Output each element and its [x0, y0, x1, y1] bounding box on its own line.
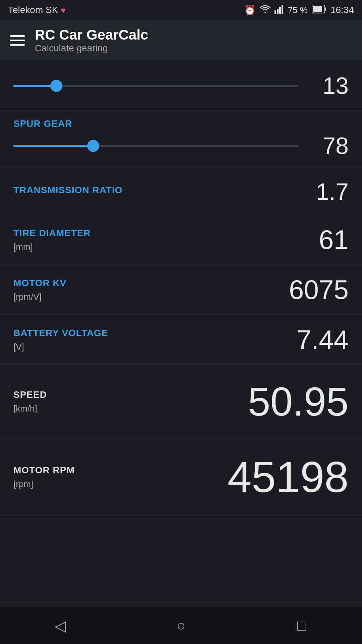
battery-voltage-row: BATTERY VOLTAGE [V] 7.44 — [13, 324, 349, 355]
transmission-ratio-label: TRANSMISSION RATIO — [13, 185, 122, 196]
back-icon: ◁ — [55, 617, 66, 634]
spur-gear-slider-track — [13, 145, 298, 147]
speed-section: SPEED [km/h] 50.95 — [0, 365, 362, 438]
home-icon: ○ — [177, 617, 186, 634]
battery-voltage-section: BATTERY VOLTAGE [V] 7.44 — [0, 315, 362, 365]
svg-rect-5 — [313, 6, 322, 12]
app-subtitle: Calculate gearing — [35, 43, 148, 54]
battery-voltage-value: 7.44 — [296, 324, 349, 355]
motor-kv-left: MOTOR KV [rpm/V] — [13, 278, 66, 302]
hamburger-line-2 — [10, 40, 25, 41]
speed-left: SPEED [km/h] — [13, 389, 47, 414]
pinion-value: 13 — [308, 72, 349, 99]
pinion-slider-fill — [13, 85, 56, 87]
battery-voltage-unit: [V] — [13, 342, 108, 352]
content: 13 SPUR GEAR 78 TRANSMISSION RATIO 1.7 — [0, 60, 362, 516]
motor-kv-row: MOTOR KV [rpm/V] 6075 — [13, 274, 349, 305]
svg-rect-0 — [275, 10, 276, 14]
hamburger-line-1 — [10, 35, 25, 37]
battery-icon — [312, 5, 326, 16]
transmission-ratio-left: TRANSMISSION RATIO — [13, 185, 122, 199]
pinion-slider-thumb[interactable] — [50, 80, 62, 92]
spur-gear-slider-container[interactable] — [13, 145, 308, 147]
tire-diameter-row: TIRE DIAMETER [mm] 61 — [13, 224, 349, 255]
motor-kv-value: 6075 — [289, 274, 349, 305]
svg-rect-3 — [282, 5, 283, 14]
pinion-section: 13 — [0, 60, 362, 109]
battery-percent-text: 75 % — [288, 5, 308, 15]
alarm-icon: ⏰ — [244, 5, 256, 16]
speed-label: SPEED — [13, 389, 47, 400]
spur-gear-slider-thumb[interactable] — [87, 140, 99, 152]
motor-rpm-left: MOTOR RPM [rpm] — [13, 465, 75, 489]
svg-rect-2 — [279, 7, 281, 14]
speed-row: SPEED [km/h] 50.95 — [13, 378, 349, 425]
back-button[interactable]: ◁ — [44, 607, 77, 644]
transmission-ratio-row: TRANSMISSION RATIO 1.7 — [13, 178, 349, 205]
pinion-slider-container[interactable] — [13, 85, 308, 87]
motor-kv-unit: [rpm/V] — [13, 292, 66, 302]
motor-kv-label: MOTOR KV — [13, 278, 66, 288]
tire-diameter-label: TIRE DIAMETER — [13, 228, 91, 238]
tire-diameter-left: TIRE DIAMETER [mm] — [13, 228, 91, 252]
motor-rpm-label: MOTOR RPM — [13, 465, 75, 476]
svg-rect-1 — [277, 9, 279, 14]
tire-diameter-section: TIRE DIAMETER [mm] 61 — [0, 215, 362, 265]
battery-voltage-left: BATTERY VOLTAGE [V] — [13, 328, 108, 352]
status-bar: Telekom SK ♥ ⏰ 75 % — [0, 0, 362, 20]
nav-bar: ◁ ○ □ — [0, 607, 362, 644]
speed-value: 50.95 — [248, 378, 349, 425]
app-bar-text: RC Car GearCalc Calculate gearing — [35, 27, 148, 54]
motor-rpm-section: MOTOR RPM [rpm] 45198 — [0, 438, 362, 516]
hamburger-line-3 — [10, 44, 25, 46]
status-icons: ⏰ 75 % 16:34 — [244, 4, 354, 16]
tire-diameter-value: 61 — [319, 224, 349, 255]
tire-diameter-unit: [mm] — [13, 242, 91, 252]
home-button[interactable]: ○ — [164, 607, 198, 644]
pinion-slider-row: 13 — [13, 72, 349, 99]
svg-rect-6 — [325, 7, 326, 11]
wifi-icon — [260, 4, 270, 16]
pinion-slider-track — [13, 85, 298, 87]
motor-rpm-row: MOTOR RPM [rpm] 45198 — [13, 452, 349, 502]
carrier-text: Telekom SK ♥ — [8, 5, 65, 15]
spur-gear-value: 78 — [308, 132, 349, 159]
recent-button[interactable]: □ — [285, 607, 318, 644]
battery-voltage-label: BATTERY VOLTAGE — [13, 328, 108, 338]
speed-unit: [km/h] — [13, 404, 47, 414]
motor-rpm-value: 45198 — [228, 452, 349, 502]
spur-gear-slider-row: 78 — [13, 132, 349, 159]
menu-button[interactable] — [10, 35, 25, 46]
signal-icon — [275, 4, 284, 16]
app-bar: RC Car GearCalc Calculate gearing — [0, 20, 362, 60]
spur-gear-label: SPUR GEAR — [13, 118, 349, 129]
spur-gear-section: SPUR GEAR 78 — [0, 109, 362, 169]
time-text: 16:34 — [330, 5, 354, 15]
spur-gear-slider-fill — [13, 145, 93, 147]
app-title: RC Car GearCalc — [35, 27, 148, 43]
motor-kv-section: MOTOR KV [rpm/V] 6075 — [0, 265, 362, 315]
transmission-ratio-value: 1.7 — [316, 178, 349, 205]
motor-rpm-unit: [rpm] — [13, 479, 75, 489]
transmission-ratio-section: TRANSMISSION RATIO 1.7 — [0, 169, 362, 215]
recent-icon: □ — [297, 617, 306, 634]
